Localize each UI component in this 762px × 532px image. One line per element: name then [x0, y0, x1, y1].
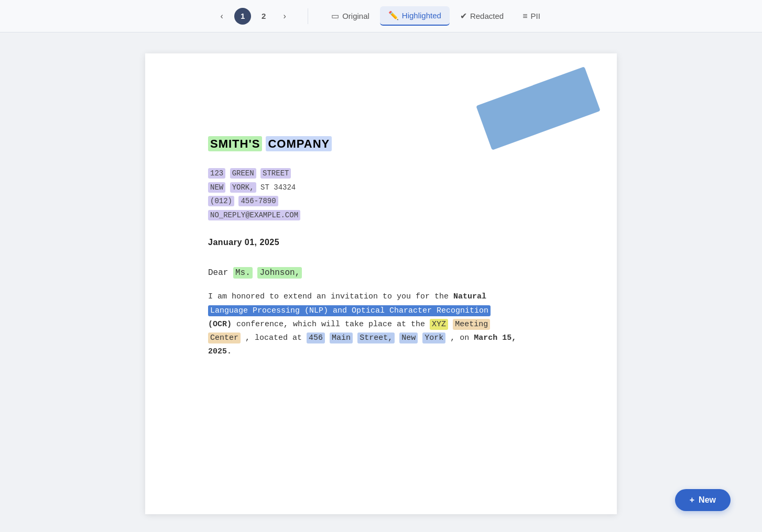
- addr-area: (012): [208, 196, 234, 206]
- addr-email: NO_REPLY@EXAMPLE.COM: [208, 210, 300, 220]
- body-paragraph: I am honored to extend an invitation to …: [208, 290, 554, 359]
- addr-123: 123: [208, 168, 225, 179]
- tab-original-label: Original: [342, 12, 369, 20]
- company-text: COMPANY: [266, 136, 332, 151]
- smiths-text: SMITH'S: [208, 136, 262, 151]
- page-navigation: ‹ 1 2 ›: [213, 8, 293, 25]
- document-area: SMITH'S COMPANY 123 GREEN STREET NEW YOR…: [0, 32, 762, 532]
- ms-text: Ms.: [233, 267, 253, 279]
- document-page: SMITH'S COMPANY 123 GREEN STREET NEW YOR…: [145, 53, 617, 514]
- body-march: March 15,: [474, 334, 516, 342]
- body-main: Main: [330, 332, 353, 343]
- redacted-icon: ✔: [460, 11, 467, 21]
- tab-redacted[interactable]: ✔ Redacted: [452, 7, 512, 25]
- prev-page-button[interactable]: ‹: [213, 8, 230, 25]
- addr-zip: 34324: [274, 183, 296, 192]
- address-line-1: 123 GREEN STREET: [208, 167, 554, 181]
- body-new2: New: [399, 332, 418, 343]
- bottom-action-bar: + New: [675, 489, 731, 511]
- body-xyz: XYZ: [430, 319, 448, 330]
- tab-pii-label: PII: [530, 12, 540, 20]
- body-ocr-label: (OCR): [208, 320, 232, 329]
- page-1-button[interactable]: 1: [234, 8, 251, 25]
- address-line-4: NO_REPLY@EXAMPLE.COM: [208, 208, 554, 223]
- tab-highlighted[interactable]: ✏️ Highlighted: [380, 6, 450, 26]
- addr-new: NEW: [208, 182, 225, 193]
- new-icon: +: [690, 495, 694, 505]
- addr-york: YORK,: [230, 182, 256, 193]
- highlight-icon: ✏️: [388, 10, 399, 20]
- page-2-button[interactable]: 2: [255, 8, 272, 25]
- view-tab-group: ▭ Original ✏️ Highlighted ✔ Redacted ≡ P…: [323, 6, 549, 26]
- dear-text: Dear: [208, 268, 228, 278]
- address-line-2: NEW YORK, ST 34324: [208, 181, 554, 195]
- body-456: 456: [307, 332, 325, 343]
- salutation-line: Dear Ms. Johnson,: [208, 268, 554, 278]
- body-conference: conference, which will take place at the: [236, 320, 430, 329]
- address-line-3: (012) 456-7890: [208, 194, 554, 208]
- new-label: New: [699, 495, 716, 505]
- pii-icon: ≡: [522, 12, 527, 21]
- tab-redacted-label: Redacted: [470, 12, 504, 20]
- new-button[interactable]: + New: [675, 489, 731, 511]
- body-nlp-ocr: Language Processing (NLP) and Optical Ch…: [208, 305, 491, 316]
- tab-original[interactable]: ▭ Original: [323, 7, 378, 25]
- next-page-button[interactable]: ›: [276, 8, 293, 25]
- nav-divider: [308, 8, 308, 24]
- body-york2: York: [422, 332, 445, 343]
- original-icon: ▭: [331, 11, 339, 21]
- body-located: , located at: [245, 334, 307, 342]
- body-street2: Street,: [357, 332, 395, 343]
- addr-green: GREEN: [230, 168, 256, 179]
- johnson-text: Johnson,: [257, 267, 302, 279]
- tab-pii[interactable]: ≡ PII: [514, 7, 549, 25]
- body-before-bold: I am honored to extend an invitation to …: [208, 292, 453, 301]
- body-on: , on: [450, 334, 474, 342]
- addr-street: STREET: [260, 168, 291, 179]
- body-natural: Natural: [453, 292, 486, 301]
- date-line: January 01, 2025: [208, 238, 554, 247]
- top-navigation-bar: ‹ 1 2 › ▭ Original ✏️ Highlighted ✔ Reda…: [0, 0, 762, 32]
- body-year: 2025.: [208, 347, 232, 356]
- tab-highlighted-label: Highlighted: [402, 11, 441, 20]
- address-block: 123 GREEN STREET NEW YORK, ST 34324 (012…: [208, 167, 554, 222]
- body-center: Center: [208, 332, 241, 343]
- addr-phone: 456-7890: [238, 196, 278, 206]
- addr-st: ST: [260, 183, 269, 192]
- body-meeting: Meeting: [453, 319, 490, 330]
